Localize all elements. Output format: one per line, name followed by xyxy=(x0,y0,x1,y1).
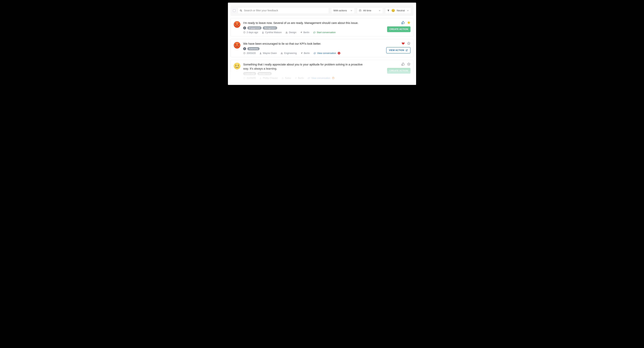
timestamp: 21/03/20 xyxy=(243,77,256,79)
filter-bar: With actions All time 😔 Neutral xyxy=(230,5,414,16)
svg-point-8 xyxy=(238,24,238,25)
clock-icon xyxy=(243,52,246,54)
hash-icon: # xyxy=(243,26,246,29)
conversation-count-badge: 1 xyxy=(338,52,340,54)
svg-line-1 xyxy=(241,11,242,11)
clock-icon xyxy=(243,31,246,33)
svg-point-7 xyxy=(236,24,236,25)
chat-icon xyxy=(314,52,316,54)
filter-icon xyxy=(387,9,390,12)
star-button[interactable] xyxy=(407,42,410,45)
location-arrow-icon xyxy=(294,77,297,79)
chat-icon xyxy=(313,31,316,33)
svg-point-21 xyxy=(236,65,236,66)
feedback-card: I'm ready to leave now. Several of us ar… xyxy=(230,18,414,36)
star-button[interactable] xyxy=(407,21,410,24)
location: Berlin xyxy=(294,77,304,79)
time-filter-dropdown[interactable]: All time xyxy=(357,7,383,14)
meta-row: 2 days ago Cynthia Watson Design Berlin xyxy=(243,31,384,34)
timestamp: 20/03/20 xyxy=(243,52,256,55)
create-action-button[interactable]: CREATE ACTION xyxy=(387,68,410,74)
chevron-down-icon xyxy=(350,9,352,12)
author: Wayne Owen xyxy=(260,52,277,55)
svg-point-17 xyxy=(260,52,261,53)
search-input[interactable] xyxy=(244,9,327,12)
chevron-down-icon xyxy=(407,9,409,12)
feedback-card: Something that i really appreciate about… xyxy=(230,60,414,82)
search-icon xyxy=(240,9,242,12)
like-button[interactable] xyxy=(401,62,405,66)
svg-point-22 xyxy=(238,65,238,66)
calendar-icon xyxy=(359,9,361,12)
conversation-count-badge: 3 xyxy=(332,77,334,79)
actions-filter-label: With actions xyxy=(333,9,347,12)
team: Design xyxy=(285,31,296,34)
location-arrow-icon xyxy=(300,31,302,33)
tag[interactable]: Engagement xyxy=(248,26,262,29)
create-action-button[interactable]: CREATE ACTION xyxy=(387,26,410,32)
users-icon xyxy=(281,77,284,79)
svg-point-18 xyxy=(281,52,282,53)
team: Sales xyxy=(281,77,291,79)
timestamp: 2 days ago xyxy=(243,31,258,34)
tag-row: # Autonomy xyxy=(243,47,384,50)
svg-rect-2 xyxy=(359,10,361,11)
start-conversation-link[interactable]: Start conversation xyxy=(313,31,336,34)
feedback-text: We have been encouraged to lie so that o… xyxy=(243,42,364,46)
svg-point-15 xyxy=(238,45,238,45)
svg-point-29 xyxy=(283,78,284,78)
time-filter-label: All time xyxy=(363,9,371,12)
feedback-text: Something that i really appreciate about… xyxy=(243,62,364,71)
svg-point-19 xyxy=(282,53,282,53)
feedback-list: I'm ready to leave now. Several of us ar… xyxy=(230,18,414,82)
meta-row: 21/03/20 Phillip Chavez Sales Berlin xyxy=(243,77,384,79)
chevron-down-icon xyxy=(378,9,381,12)
chat-icon xyxy=(308,77,310,79)
author: Phillip Chavez xyxy=(260,77,278,79)
location: Berlin xyxy=(300,52,310,55)
clock-icon xyxy=(243,77,246,79)
view-conversation-link[interactable]: View conversation 1 xyxy=(314,52,340,55)
tag[interactable]: Management xyxy=(258,72,272,75)
tag-row: Leadership Management xyxy=(243,72,384,75)
svg-point-6 xyxy=(234,21,240,28)
like-button[interactable] xyxy=(402,42,405,45)
svg-point-10 xyxy=(262,32,263,32)
like-button[interactable] xyxy=(401,21,405,24)
external-link-icon xyxy=(406,49,408,51)
tag[interactable]: Autonomy xyxy=(248,47,260,50)
svg-point-12 xyxy=(287,32,287,32)
svg-point-14 xyxy=(236,45,236,45)
mood-icon xyxy=(234,21,240,34)
select-all-checkbox[interactable] xyxy=(233,9,236,12)
tag[interactable]: Leadership xyxy=(243,72,256,75)
hash-icon: # xyxy=(243,47,246,50)
user-icon xyxy=(262,31,264,33)
star-button[interactable] xyxy=(407,62,410,66)
sentiment-emoji-icon: 😔 xyxy=(392,9,395,12)
feedback-text: I'm ready to leave now. Several of us ar… xyxy=(243,21,364,25)
location-arrow-icon xyxy=(300,52,303,54)
users-icon xyxy=(285,31,288,33)
meta-row: 20/03/20 Wayne Owen Engineering Berlin xyxy=(243,52,384,55)
tag[interactable]: Management xyxy=(263,26,277,29)
sentiment-filter-dropdown[interactable]: 😔 Neutral xyxy=(385,7,411,14)
team: Engineering xyxy=(280,52,297,55)
mood-icon xyxy=(234,62,240,79)
location: Berlin xyxy=(300,31,310,34)
actions-filter-dropdown[interactable]: With actions xyxy=(331,7,355,14)
svg-point-20 xyxy=(234,62,240,69)
feedback-card: We have been encouraged to lie so that o… xyxy=(230,39,414,57)
author: Cynthia Watson xyxy=(262,31,282,34)
svg-point-28 xyxy=(282,77,283,78)
view-action-button[interactable]: VIEW ACTION xyxy=(386,47,410,53)
sentiment-filter-label: Neutral xyxy=(397,9,405,12)
view-conversation-link[interactable]: View conversation 3 xyxy=(308,77,334,79)
mood-icon xyxy=(234,42,240,55)
svg-point-13 xyxy=(234,42,240,49)
tag-row: # Engagement Management xyxy=(243,26,384,29)
svg-point-27 xyxy=(260,77,261,78)
users-icon xyxy=(280,52,283,54)
search-box[interactable] xyxy=(238,7,329,14)
user-icon xyxy=(260,77,262,79)
